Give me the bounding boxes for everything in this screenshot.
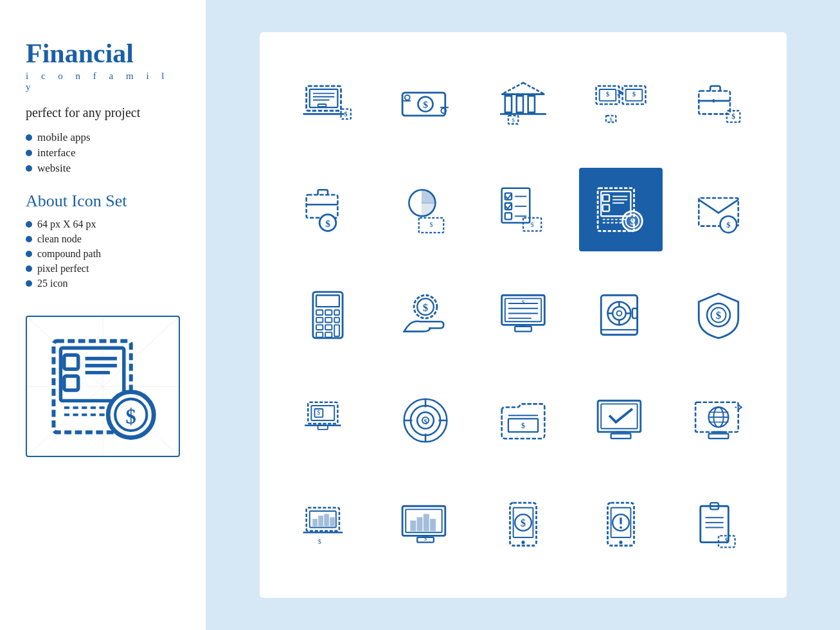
svg-rect-164	[410, 521, 415, 530]
svg-rect-141	[598, 401, 641, 432]
svg-text:$: $	[422, 302, 427, 314]
icon-row-4: $ $	[279, 379, 767, 462]
svg-rect-86	[316, 295, 339, 307]
icon-grid: $ $	[260, 32, 787, 598]
svg-rect-94	[325, 325, 332, 330]
about-size: 64 px X 64 px	[26, 219, 186, 230]
use-case-website: website	[26, 162, 186, 175]
icon-preview: $	[26, 316, 180, 457]
icon-cell-laptop-dollar[interactable]: $	[286, 379, 370, 462]
use-case-mobile: mobile apps	[26, 131, 186, 144]
svg-point-112	[612, 307, 626, 320]
icon-cell-selected-doc[interactable]: $	[579, 168, 663, 251]
svg-rect-128	[317, 426, 327, 429]
svg-rect-152	[708, 434, 728, 439]
svg-rect-93	[316, 325, 323, 330]
svg-text:$: $	[605, 91, 609, 98]
svg-rect-167	[430, 519, 435, 531]
svg-text:$: $	[317, 538, 321, 545]
svg-rect-91	[325, 318, 332, 323]
svg-text:$: $	[731, 113, 735, 120]
svg-rect-157	[318, 516, 322, 526]
svg-text:$: $	[609, 116, 612, 123]
icon-cell-calculator[interactable]	[286, 273, 370, 357]
icon-cell-email-dollar[interactable]: $	[677, 168, 760, 251]
icon-cell-money-bill[interactable]: $	[384, 62, 467, 146]
tagline: perfect for any project	[26, 104, 186, 121]
svg-rect-87	[316, 310, 323, 315]
about-clean-node: clean node	[26, 233, 186, 245]
svg-text:$: $	[429, 221, 433, 228]
svg-rect-90	[316, 318, 323, 323]
bullet-dot	[26, 134, 32, 141]
svg-text:$: $	[325, 218, 330, 229]
bullet-dot	[26, 221, 32, 228]
icon-cell-pie-chart[interactable]: $	[384, 168, 467, 251]
icon-cell-target-dollar[interactable]: $	[384, 379, 467, 462]
svg-point-175	[521, 541, 524, 544]
use-case-list: mobile apps interface website	[26, 131, 186, 177]
bullet-dot	[26, 266, 32, 272]
icon-row-3: $ $	[279, 273, 767, 357]
about-pixel-perfect: pixel perfect	[26, 263, 186, 274]
svg-rect-182	[700, 506, 728, 542]
svg-rect-66	[505, 213, 511, 219]
svg-rect-92	[334, 318, 339, 323]
svg-rect-95	[334, 325, 339, 336]
icon-cell-briefcase-dollar[interactable]: $	[286, 168, 370, 251]
icon-cell-bank[interactable]: $	[481, 62, 565, 146]
svg-text:$: $	[512, 117, 515, 123]
icon-row-1: $ $	[279, 62, 767, 146]
svg-rect-21	[317, 104, 326, 107]
icon-cell-laptop-barchart[interactable]: $	[286, 484, 370, 568]
svg-rect-88	[325, 310, 332, 315]
svg-rect-36	[528, 96, 534, 113]
svg-text:$: $	[344, 111, 347, 118]
icon-row-2: $ $	[279, 168, 767, 251]
about-section-title: About Icon Set	[26, 192, 186, 211]
about-compound-path: compound path	[26, 248, 186, 260]
icon-cell-transfer[interactable]: $ $ $	[579, 62, 663, 146]
svg-rect-34	[505, 96, 511, 113]
svg-text:$: $	[424, 418, 427, 425]
icon-cell-checklist[interactable]: $	[481, 168, 565, 251]
icon-cell-clipboard-coins[interactable]: $	[677, 484, 760, 568]
svg-rect-159	[330, 518, 334, 526]
about-icon-count: 25 icon	[26, 278, 186, 289]
svg-text:$: $	[715, 309, 720, 321]
svg-text:$: $	[632, 91, 635, 98]
svg-rect-72	[602, 195, 609, 201]
svg-text:$: $	[423, 99, 428, 110]
svg-marker-32	[501, 83, 544, 94]
icon-cell-monitor-check[interactable]	[579, 379, 663, 462]
svg-rect-142	[601, 404, 637, 428]
icon-cell-folder-dollar[interactable]: $	[481, 379, 565, 462]
icon-cell-monitor-chart[interactable]: $	[481, 273, 565, 357]
bullet-dot	[26, 251, 32, 257]
svg-text:$: $	[424, 536, 427, 542]
icon-cell-briefcase-coin[interactable]: $	[677, 62, 760, 146]
svg-point-28	[404, 95, 409, 100]
svg-text:$: $	[724, 537, 728, 544]
svg-text:$: $	[530, 221, 533, 228]
svg-text:$: $	[521, 299, 524, 305]
icon-cell-global-transfer[interactable]	[677, 379, 760, 462]
svg-text:$: $	[521, 422, 525, 429]
icon-row-5: $ $	[279, 484, 767, 568]
svg-text:$: $	[520, 517, 525, 529]
icon-cell-safe[interactable]	[579, 273, 663, 357]
svg-rect-156	[312, 519, 316, 526]
icon-cell-hand-coin[interactable]: $	[384, 273, 467, 357]
about-list: 64 px X 64 px clean node compound path p…	[26, 219, 186, 292]
svg-rect-165	[417, 518, 422, 531]
icon-cell-laptop-finance[interactable]: $	[286, 62, 370, 146]
icon-cell-phone-dollar[interactable]: $	[481, 484, 565, 568]
icon-cell-shield-dollar[interactable]: $	[677, 273, 760, 357]
icon-cell-desktop-barchart[interactable]: $	[384, 484, 467, 568]
svg-rect-54	[306, 195, 337, 218]
icon-cell-phone-alert[interactable]	[579, 484, 663, 568]
svg-rect-96	[316, 332, 323, 338]
svg-point-180	[620, 526, 622, 529]
svg-text:$: $	[726, 221, 731, 230]
left-panel: Financial i c o n f a m i l y perfect fo…	[0, 0, 206, 630]
